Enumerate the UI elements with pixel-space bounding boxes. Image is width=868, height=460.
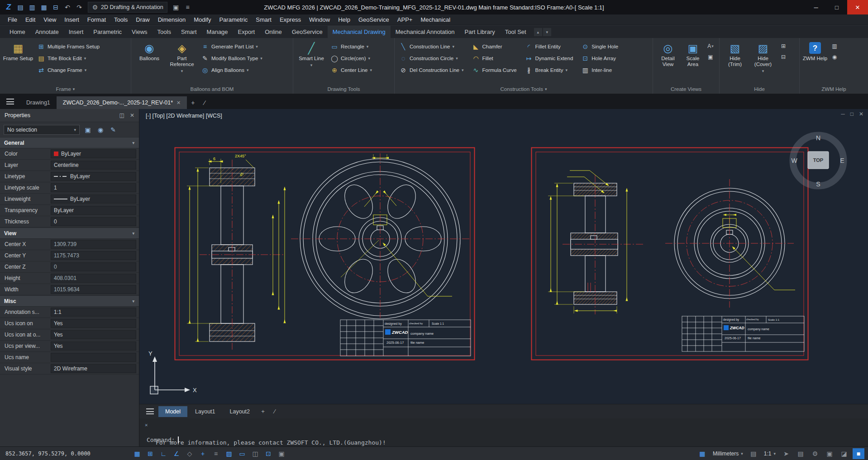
tab-geoservice[interactable]: GeoService <box>287 26 328 38</box>
viewport-close-icon[interactable]: ✕ <box>859 111 863 117</box>
change-frame-button[interactable]: ⇄ Change Frame ▾ <box>35 64 101 76</box>
transparency-toggle[interactable]: ▨ <box>223 448 235 459</box>
panel-label-construction-tools[interactable]: Construction Tools▾ <box>395 84 653 94</box>
annotation-style-button[interactable]: A ▾ <box>706 42 715 51</box>
balloons-button[interactable]: ◉ Balloons <box>134 40 165 62</box>
tab-overview-button[interactable]: ∕ <box>199 96 210 109</box>
property-row-visual-style[interactable]: Visual style 2D Wireframe <box>0 363 139 375</box>
property-row-center-y[interactable]: Center Y 1175.7473 <box>0 250 139 261</box>
close-button[interactable]: ✕ <box>847 0 868 14</box>
chamfer-button[interactable]: ◣ Chamfer <box>470 41 518 52</box>
polar-toggle[interactable]: ∠ <box>171 448 182 459</box>
center-line-button[interactable]: ⊕ Center Line ▾ <box>329 64 374 76</box>
modify-balloon-type-button[interactable]: ✎ Modify Balloon Type ▾ <box>199 52 264 64</box>
circle-cen-button[interactable]: ◯ Circle(cen) ▾ <box>329 52 374 64</box>
grid-toggle[interactable]: ▦ <box>131 448 143 459</box>
compass-north[interactable]: N <box>816 134 820 142</box>
annotation-autoscale-toggle[interactable]: ▣ <box>276 448 287 459</box>
panel-label-create-views[interactable]: Create Views <box>653 84 719 94</box>
menu-express[interactable]: Express <box>276 16 305 23</box>
menu-tools[interactable]: Tools <box>110 16 132 23</box>
del-construction-line-button[interactable]: ⊘ Del Construction Line ▾ <box>397 64 465 76</box>
doc-tab-demo-training[interactable]: ZWCAD_2026_Demo-..._2025-12_REV-01* ✕ <box>57 96 187 109</box>
property-row-ucs-icon-on[interactable]: Ucs icon on Yes <box>0 318 139 329</box>
viewport-controls-label[interactable]: [-] [Top] [2D Wireframe] [WCS] <box>146 113 222 119</box>
tab-online[interactable]: Online <box>260 26 287 38</box>
help-book-button[interactable]: ▥ <box>830 42 839 51</box>
panel-label-hide[interactable]: Hide <box>720 84 799 94</box>
menu-smart[interactable]: Smart <box>252 16 276 23</box>
tab-insert[interactable]: Insert <box>64 26 89 38</box>
command-history-close-icon[interactable]: ✕ <box>145 422 148 428</box>
annotation-scale-dropdown[interactable]: 1:1 ▾ <box>762 451 777 457</box>
panel-label-zwm-help[interactable]: ZWM Help <box>800 84 868 94</box>
property-row-height[interactable]: Height 408.0301 <box>0 273 139 284</box>
layout-tab-layout1[interactable]: Layout1 <box>188 406 222 417</box>
undo-icon[interactable]: ↶ <box>62 2 72 12</box>
close-tab-icon[interactable]: ✕ <box>176 100 181 106</box>
section-misc[interactable]: Misc ▾ <box>0 295 139 307</box>
hide-cover-button[interactable]: ▨ Hide (Cover) ▾ <box>749 40 777 74</box>
doc-tab-drawing1[interactable]: Drawing1 <box>20 96 57 109</box>
detail-view-button[interactable]: ◎ Detail View <box>656 40 680 67</box>
close-panel-icon[interactable]: ✕ <box>130 112 134 119</box>
help-info-button[interactable]: ◉ <box>830 52 839 62</box>
panel-label-balloons-bom[interactable]: Balloons and BOM <box>131 84 293 94</box>
tab-annotate[interactable]: Annotate <box>30 26 64 38</box>
annotation-visibility-toggle[interactable]: ⊡ <box>262 448 274 459</box>
fillet-entity-button[interactable]: ◜ Fillet Entity <box>523 41 575 52</box>
tab-tool-set[interactable]: Tool Set <box>500 26 531 38</box>
break-entity-button[interactable]: ∦ Break Entity ▾ <box>523 64 575 76</box>
menu-window[interactable]: Window <box>305 16 334 23</box>
tray-settings-button[interactable]: ▤ <box>795 448 806 459</box>
maximize-button[interactable]: □ <box>826 0 847 14</box>
customization-button[interactable]: ◪ <box>838 448 850 459</box>
tab-home[interactable]: Home <box>5 26 30 38</box>
property-row-annotation-scale[interactable]: Annotation s... 1:1 <box>0 307 139 318</box>
menu-geoservice[interactable]: GeoService <box>354 16 393 23</box>
property-row-linetype-scale[interactable]: Linetype scale 1 <box>0 182 139 194</box>
clean-screen-button[interactable]: ▣ <box>824 448 835 459</box>
property-row-layer[interactable]: Layer Centerline <box>0 160 139 171</box>
toggle-pickadd-button[interactable]: ▣ <box>83 125 92 134</box>
menu-format[interactable]: Format <box>83 16 110 23</box>
status-bar-menu-button[interactable]: ■ <box>853 448 864 459</box>
share-button[interactable]: ➤ <box>780 448 792 459</box>
hole-array-button[interactable]: ⊡ Hole Array <box>579 52 620 64</box>
panel-label-drawing-tools[interactable]: Drawing Tools <box>293 84 394 94</box>
layout-menu-button[interactable] <box>142 404 157 419</box>
new-layout-button[interactable]: + <box>258 408 268 415</box>
property-row-center-z[interactable]: Center Z 0 <box>0 261 139 273</box>
scale-area-button[interactable]: ▣ Scale Area <box>682 40 704 67</box>
property-row-linetype[interactable]: Linetype ByLayer <box>0 171 139 182</box>
new-file-icon[interactable]: ▤ <box>15 2 25 12</box>
menu-draw[interactable]: Draw <box>132 16 153 23</box>
layout-overview-button[interactable]: ∕ <box>269 408 280 415</box>
new-tab-button[interactable]: + <box>187 96 199 109</box>
tab-part-library[interactable]: Part Library <box>460 26 500 38</box>
menu-dimension[interactable]: Dimension <box>154 16 190 23</box>
ribbon-collapse-icon[interactable]: ▴ <box>534 28 542 36</box>
snap-toggle[interactable]: ⊞ <box>144 448 156 459</box>
zwm-help-button[interactable]: ? ZWM Help <box>802 40 828 62</box>
section-general[interactable]: General ▾ <box>0 137 139 148</box>
view-update-button[interactable]: ▣ <box>706 52 715 62</box>
tab-smart[interactable]: Smart <box>176 26 202 38</box>
compass-east[interactable]: E <box>840 157 844 164</box>
selection-dropdown[interactable]: No selection ▾ <box>4 125 80 135</box>
property-row-transparency[interactable]: Transparency ByLayer <box>0 205 139 216</box>
save-file-icon[interactable]: ▦ <box>39 2 49 12</box>
menu-parametric[interactable]: Parametric <box>215 16 252 23</box>
property-row-ucs-name[interactable]: Ucs name <box>0 352 139 363</box>
menu-insert[interactable]: Insert <box>60 16 83 23</box>
property-row-color[interactable]: Color ByLayer <box>0 148 139 160</box>
hide-update-button[interactable]: ⊟ <box>778 52 788 62</box>
section-view[interactable]: View ▾ <box>0 228 139 239</box>
fillet-button[interactable]: ◠ Fillet <box>470 52 518 64</box>
command-line-panel[interactable]: ✕ For more information, please contact Z… <box>139 418 868 446</box>
minimize-button[interactable]: ─ <box>806 0 826 14</box>
layout-tab-layout2[interactable]: Layout2 <box>223 406 257 417</box>
selection-cycling-toggle[interactable]: ◫ <box>249 448 261 459</box>
part-reference-button[interactable]: ◈ Part Reference ▾ <box>167 40 197 74</box>
drawing-canvas[interactable]: [-] [Top] [2D Wireframe] [WCS] ─ □ ✕ <box>139 109 868 404</box>
